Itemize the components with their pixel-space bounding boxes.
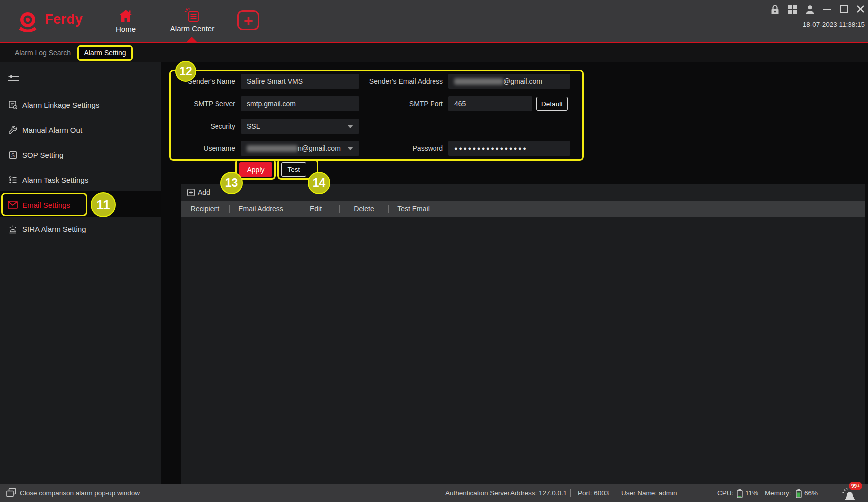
task-list-icon xyxy=(8,175,18,185)
memory-value: 66% xyxy=(804,484,818,502)
system-datetime: 18-07-2023 11:38:15 xyxy=(773,21,865,28)
status-divider xyxy=(615,489,615,497)
cpu-label: CPU: xyxy=(717,484,733,502)
auth-server-label: Authentication Server xyxy=(445,484,510,502)
status-divider xyxy=(570,489,571,497)
cpu-value: 11% xyxy=(745,484,758,502)
sidebar-item-alarm-task-settings[interactable]: Alarm Task Settings xyxy=(0,172,161,187)
security-value: SSL xyxy=(247,122,260,130)
recipient-table-header: Recipient Email Address Edit Delete Test… xyxy=(181,201,865,217)
add-tab-button[interactable]: + xyxy=(237,10,259,30)
tab-alarm-setting-label: Alarm Setting xyxy=(84,49,126,57)
username-label: Username xyxy=(165,141,235,156)
password-masked-value: ●●●●●●●●●●●●●●●● xyxy=(454,145,527,151)
close-comparison-popup-button[interactable]: Close comparison alarm pop-up window xyxy=(20,484,140,502)
add-recipient-button[interactable]: Add xyxy=(187,184,210,201)
brand-name: Ferdy xyxy=(45,12,83,27)
sidebar-item-sop-setting[interactable]: S SOP Setting xyxy=(0,147,161,162)
smtp-server-field[interactable]: smtp.gmail.com xyxy=(241,96,359,111)
username-value: n@gmail.com xyxy=(298,144,341,152)
sidebar-item-label: Alarm Linkage Settings xyxy=(22,101,99,109)
apply-button[interactable]: Apply xyxy=(239,162,272,177)
sidebar-item-label: SOP Setting xyxy=(22,151,63,159)
column-header-email-address: Email Address xyxy=(230,201,292,217)
sidebar-item-label: Alarm Task Settings xyxy=(22,176,88,184)
test-button[interactable]: Test xyxy=(281,162,306,177)
svg-text:S: S xyxy=(11,152,14,158)
sender-email-value: @gmail.com xyxy=(503,77,542,85)
recipient-table-body xyxy=(181,217,865,484)
memory-label: Memory: xyxy=(765,484,791,502)
cpu-gauge-icon xyxy=(737,489,743,498)
alarm-bell-icon xyxy=(8,224,18,234)
column-header-edit: Edit xyxy=(292,201,339,217)
active-tab-pointer xyxy=(187,37,197,42)
recipient-toolbar xyxy=(181,184,865,201)
add-button-label: Add xyxy=(198,188,210,196)
tab-alarm-center-label: Alarm Center xyxy=(170,24,214,33)
maximize-button[interactable] xyxy=(840,5,848,13)
column-header-delete: Delete xyxy=(340,201,388,217)
sender-email-label: Sender's Email Address xyxy=(343,74,443,89)
smtp-server-label: SMTP Server xyxy=(165,96,235,111)
tab-home[interactable]: Home xyxy=(111,9,141,33)
tab-alarm-center[interactable]: Alarm Center xyxy=(165,7,219,33)
sender-name-label: Sender's Name xyxy=(165,74,235,89)
alarm-center-icon xyxy=(184,7,200,23)
auth-server-address: Address: 127.0.0.1 xyxy=(510,484,567,502)
sender-name-field[interactable]: Safire Smart VMS xyxy=(241,74,359,89)
home-icon xyxy=(119,9,133,24)
collapse-sidebar-icon[interactable] xyxy=(7,74,20,85)
user-icon[interactable] xyxy=(805,5,815,14)
sidebar-item-label: Email Settings xyxy=(22,201,70,209)
sidebar-item-alarm-linkage-settings[interactable]: Alarm Linkage Settings xyxy=(0,97,161,112)
sidebar-item-email-settings[interactable]: Email Settings xyxy=(0,197,161,212)
sop-icon: S xyxy=(8,150,18,160)
alarm-count-badge: 99+ xyxy=(849,482,862,490)
auth-server-port: Port: 6003 xyxy=(578,484,609,502)
alarm-linkage-icon xyxy=(8,100,18,110)
wrench-icon xyxy=(8,125,18,135)
redacted-email-prefix xyxy=(454,78,503,85)
password-field[interactable]: ●●●●●●●●●●●●●●●● xyxy=(448,141,570,156)
apps-grid-icon[interactable] xyxy=(788,5,797,14)
tab-alarm-log-search[interactable]: Alarm Log Search xyxy=(15,43,71,62)
sender-email-field[interactable]: @gmail.com xyxy=(448,74,570,89)
popup-windows-icon xyxy=(6,488,17,498)
scrollbar-track[interactable] xyxy=(865,184,868,484)
ferdy-logo-icon xyxy=(17,11,41,34)
envelope-icon xyxy=(8,200,18,210)
tab-home-label: Home xyxy=(116,25,136,33)
smtp-server-value: smtp.gmail.com xyxy=(247,100,296,108)
annotation-circle-12: 12 xyxy=(175,61,196,82)
annotation-circle-13: 13 xyxy=(220,172,243,194)
smtp-port-value: 465 xyxy=(454,100,466,108)
minimize-button[interactable] xyxy=(823,9,831,10)
close-button[interactable] xyxy=(856,5,865,13)
sidebar-item-label: Manual Alarm Out xyxy=(22,126,82,134)
annotation-circle-11: 11 xyxy=(91,192,116,217)
smtp-port-label: SMTP Port xyxy=(343,96,443,111)
sidebar-item-label: SIRA Alarm Setting xyxy=(22,225,86,233)
memory-gauge-icon xyxy=(796,489,802,498)
tab-alarm-setting[interactable]: Alarm Setting xyxy=(77,45,133,61)
chevron-down-icon xyxy=(347,125,353,128)
security-dropdown[interactable]: SSL xyxy=(241,119,359,134)
sender-name-value: Safire Smart VMS xyxy=(247,77,303,85)
add-plus-icon xyxy=(187,189,195,196)
user-name-status: User Name: admin xyxy=(621,484,677,502)
header-divider xyxy=(438,205,438,213)
username-dropdown[interactable]: n@gmail.com xyxy=(241,141,359,156)
sidebar-item-manual-alarm-out[interactable]: Manual Alarm Out xyxy=(0,122,161,137)
security-label: Security xyxy=(165,119,235,134)
smtp-port-field[interactable]: 465 xyxy=(448,96,532,111)
annotation-circle-14: 14 xyxy=(308,172,330,194)
default-button[interactable]: Default xyxy=(536,97,568,111)
lock-icon[interactable] xyxy=(770,4,780,15)
sidebar-item-sira-alarm-setting[interactable]: SIRA Alarm Setting xyxy=(0,221,161,236)
password-label: Password xyxy=(343,141,443,156)
redacted-username-prefix xyxy=(247,145,298,152)
column-header-recipient: Recipient xyxy=(181,201,229,217)
column-header-test-email: Test Email xyxy=(389,201,438,217)
